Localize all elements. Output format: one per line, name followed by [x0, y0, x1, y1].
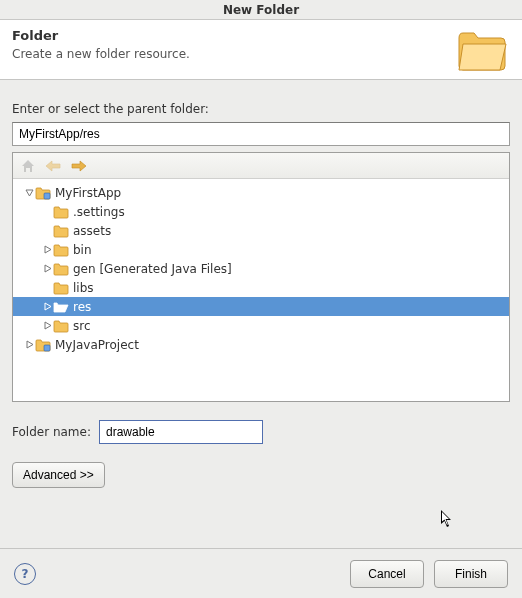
help-icon: ?	[22, 567, 29, 581]
cancel-button[interactable]: Cancel	[350, 560, 424, 588]
dialog-body: Enter or select the parent folder: MyFir…	[0, 80, 522, 500]
forward-arrow-icon[interactable]	[71, 160, 87, 172]
svg-rect-1	[44, 345, 50, 351]
parent-folder-input[interactable]	[12, 122, 510, 146]
tree-node-label: src	[69, 319, 91, 333]
tree-node[interactable]: src	[13, 316, 509, 335]
expand-arrow-icon[interactable]	[41, 302, 53, 311]
back-arrow-icon[interactable]	[45, 160, 61, 172]
header-subtitle: Create a new folder resource.	[12, 47, 510, 61]
folder-icon	[53, 242, 69, 258]
tree-node-label: bin	[69, 243, 92, 257]
window-title-bar: New Folder	[0, 0, 522, 20]
tree-node[interactable]: res	[13, 297, 509, 316]
folder-name-input[interactable]	[99, 420, 263, 444]
header-title: Folder	[12, 28, 510, 43]
folder-open-icon	[53, 299, 69, 315]
project-folder-icon	[35, 337, 51, 353]
folder-icon	[53, 204, 69, 220]
tree-toolbar	[13, 153, 509, 179]
home-icon[interactable]	[21, 159, 35, 173]
tree-node-label: res	[69, 300, 91, 314]
tree-node[interactable]: assets	[13, 221, 509, 240]
finish-button[interactable]: Finish	[434, 560, 508, 588]
tree-node-label: .settings	[69, 205, 125, 219]
tree-node[interactable]: gen [Generated Java Files]	[13, 259, 509, 278]
expand-arrow-icon[interactable]	[41, 321, 53, 330]
expand-arrow-icon[interactable]	[41, 264, 53, 273]
svg-rect-0	[44, 193, 50, 199]
dialog-header: Folder Create a new folder resource.	[0, 20, 522, 80]
expand-arrow-icon[interactable]	[41, 245, 53, 254]
advanced-button[interactable]: Advanced >>	[12, 462, 105, 488]
folder-tree[interactable]: MyFirstApp .settings assets bin gen [Gen…	[13, 179, 509, 401]
folder-name-label: Folder name:	[12, 425, 91, 439]
expand-arrow-icon[interactable]	[23, 340, 35, 349]
help-button[interactable]: ?	[14, 563, 36, 585]
parent-folder-prompt: Enter or select the parent folder:	[12, 102, 510, 116]
folder-icon	[53, 280, 69, 296]
folder-icon	[53, 223, 69, 239]
folder-tree-container: MyFirstApp .settings assets bin gen [Gen…	[12, 152, 510, 402]
tree-node-label: MyFirstApp	[51, 186, 121, 200]
tree-node-label: assets	[69, 224, 111, 238]
tree-node[interactable]: MyJavaProject	[13, 335, 509, 354]
tree-node[interactable]: bin	[13, 240, 509, 259]
tree-node[interactable]: MyFirstApp	[13, 183, 509, 202]
window-title: New Folder	[223, 3, 299, 17]
mouse-cursor-icon	[440, 509, 454, 532]
project-folder-icon	[35, 185, 51, 201]
folder-icon	[53, 318, 69, 334]
expand-arrow-icon[interactable]	[23, 188, 35, 197]
folder-large-icon	[456, 26, 508, 75]
tree-node-label: libs	[69, 281, 94, 295]
tree-node-label: gen [Generated Java Files]	[69, 262, 232, 276]
dialog-button-bar: ? Cancel Finish	[0, 548, 522, 598]
tree-node[interactable]: libs	[13, 278, 509, 297]
tree-node[interactable]: .settings	[13, 202, 509, 221]
tree-node-label: MyJavaProject	[51, 338, 139, 352]
folder-icon	[53, 261, 69, 277]
